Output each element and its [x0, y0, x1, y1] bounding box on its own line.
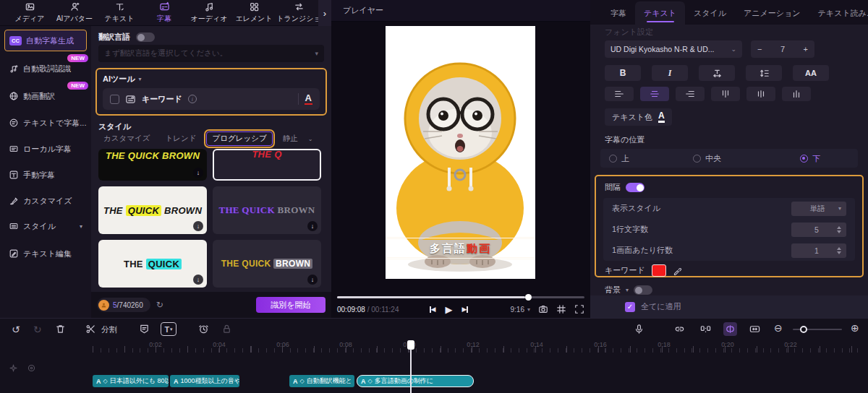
sidebar-item-text-to-subtitle[interactable]: テキストで字幕... [4, 112, 87, 134]
tab-subtitle[interactable]: 字幕 [602, 1, 635, 25]
eyedropper-icon[interactable] [673, 266, 682, 275]
vertical-align-middle-button[interactable] [746, 87, 775, 101]
subtitle-clip[interactable]: A 1000種類以上の音や [170, 375, 239, 387]
play-button[interactable]: ▶ [445, 304, 452, 315]
timeline-zoom-slider[interactable] [793, 329, 842, 330]
fullscreen-icon[interactable] [574, 304, 584, 314]
aspect-ratio-dropdown[interactable]: 9:16▾ [511, 306, 530, 314]
fit-timeline-icon[interactable] [749, 324, 760, 334]
align-left-button[interactable] [605, 87, 634, 101]
vertical-align-bottom-button[interactable] [782, 87, 811, 101]
subtitle-clip[interactable]: A ◇ 日本語以外にも 80以上 [93, 375, 169, 387]
zoom-out-icon[interactable]: ⊖ [774, 322, 783, 334]
voiceover-mic-icon[interactable] [634, 324, 644, 334]
grid-icon[interactable] [556, 304, 566, 314]
tab-text-settings[interactable]: テキスト [635, 1, 685, 25]
style-tab-progressive[interactable]: プログレッシブ [206, 131, 272, 146]
tab-animation[interactable]: アニメーション [735, 1, 809, 25]
next-frame-button[interactable]: ▶ [461, 306, 467, 313]
style-thumbnail[interactable]: THE QUICK BROWN ↓ [98, 149, 207, 181]
style-tab-trend[interactable]: トレンド [160, 132, 201, 145]
tab-elements[interactable]: エレメント [231, 1, 276, 24]
sidebar-item-local-subtitle[interactable]: ローカル字幕 [4, 138, 87, 160]
seek-knob[interactable] [525, 294, 532, 301]
toolbar-scroll-right-button[interactable]: › [318, 0, 331, 26]
spacing-toggle[interactable] [626, 183, 644, 192]
tab-text-to-speech[interactable]: テキスト読み... [809, 1, 868, 25]
redo-button[interactable]: ↻ [33, 324, 42, 335]
download-icon[interactable]: ↓ [193, 275, 203, 285]
info-icon[interactable]: i [188, 95, 197, 103]
style-tab-customize[interactable]: カスタマイズ [98, 132, 155, 145]
font-size-increase[interactable]: + [804, 45, 808, 53]
stepper-icon[interactable] [837, 247, 841, 254]
align-right-button[interactable] [676, 87, 705, 101]
magic-icon[interactable] [9, 363, 18, 373]
video-subtitle-text[interactable]: 多言語動画 [386, 242, 535, 256]
zoom-in-icon[interactable]: ⊕ [851, 322, 859, 334]
tab-text[interactable]: テキスト [97, 1, 142, 24]
zoom-slider-knob[interactable] [800, 326, 807, 333]
chars-per-line-stepper[interactable]: 5 [791, 223, 846, 237]
delete-button[interactable] [55, 324, 66, 334]
keyword-color-swatch[interactable] [652, 264, 666, 277]
position-bottom-radio[interactable]: 下 [800, 153, 820, 164]
stepper-icon[interactable] [837, 226, 841, 233]
display-style-dropdown[interactable]: 単語▾ [791, 202, 846, 216]
tab-style[interactable]: スタイル [685, 1, 735, 25]
split-label[interactable]: 分割 [101, 324, 117, 335]
font-family-dropdown[interactable]: UD Digi Kyokasho N-R & UD... ⌄ [605, 40, 742, 58]
sidebar-item-style[interactable]: スタイル ▾ [4, 215, 87, 237]
translate-language-dropdown[interactable]: まず翻訳言語を選択してください。 ▾ [98, 45, 324, 62]
align-center-button[interactable] [640, 87, 669, 101]
video-preview[interactable]: 多言語動画 [386, 26, 535, 279]
text-color-button[interactable]: テキスト色 A [605, 108, 672, 126]
font-size-decrease[interactable]: − [757, 45, 762, 53]
tab-transitions[interactable]: トランジショ [276, 1, 321, 24]
tab-ai-avatar[interactable]: AIアバター [52, 1, 97, 24]
style-thumbnail-selected[interactable]: THE Q [213, 149, 321, 181]
tab-subtitles[interactable]: 字幕 [142, 1, 187, 24]
lines-per-screen-stepper[interactable]: 1 [791, 243, 846, 258]
download-icon[interactable]: ↓ [193, 168, 203, 178]
italic-button[interactable]: I [652, 65, 688, 81]
translate-language-toggle[interactable] [136, 33, 155, 42]
sidebar-item-text-edit[interactable]: テキスト編集 [4, 243, 87, 264]
marker-icon[interactable] [139, 324, 150, 334]
line-spacing-button[interactable] [746, 65, 782, 81]
position-center-radio[interactable]: 中央 [693, 153, 721, 164]
seek-bar[interactable] [337, 296, 584, 298]
start-recognition-button[interactable]: 識別を開始 [256, 297, 326, 313]
background-toggle[interactable] [634, 285, 652, 295]
text-case-button[interactable]: AA [793, 65, 829, 81]
position-top-radio[interactable]: 上 [609, 153, 629, 164]
sidebar-item-customize[interactable]: カスタマイズ [4, 190, 87, 212]
add-text-button[interactable]: T▾ [161, 322, 176, 336]
bold-button[interactable]: B [605, 65, 641, 81]
refresh-icon[interactable]: ↻ [156, 300, 163, 310]
playhead[interactable] [407, 340, 414, 350]
track-visibility-icon[interactable] [27, 363, 36, 373]
timeline-ruler[interactable]: 0:02 0:04 0:06 0:08 0:10 0:12 0:14 0:16 … [0, 340, 868, 353]
vertical-align-top-button[interactable] [711, 87, 740, 101]
subtitle-clip[interactable]: A ◇ 自動翻訳機能と [289, 375, 354, 387]
previous-frame-button[interactable]: ◀ [430, 306, 435, 313]
ai-tools-header[interactable]: AIツール ▾ [103, 74, 320, 85]
style-thumbnail[interactable]: THE QUICK BROWN ↓ [213, 186, 321, 234]
user-avatar[interactable] [98, 300, 109, 311]
style-tab-static[interactable]: 静止 [278, 132, 303, 145]
undo-button[interactable]: ↺ [12, 324, 20, 335]
link-icon[interactable] [674, 324, 685, 334]
sidebar-item-auto-subtitle[interactable]: CC 自動字幕生成 [4, 30, 87, 51]
subtitle-clip-selected[interactable]: A ◇ 多言語動画の制作に [357, 375, 474, 387]
chevron-down-icon[interactable]: ⌄ [308, 136, 313, 142]
keyframe-icon[interactable] [198, 324, 209, 334]
download-icon[interactable]: ↓ [193, 221, 203, 231]
text-orientation-button[interactable] [699, 65, 735, 81]
download-icon[interactable]: ↓ [307, 275, 318, 285]
sidebar-item-manual-subtitle[interactable]: 手動字幕 [4, 164, 87, 186]
close-gap-icon[interactable] [700, 324, 711, 334]
lock-icon[interactable] [221, 324, 232, 334]
keyword-checkbox[interactable] [110, 95, 119, 104]
style-thumbnail[interactable]: THE QUICK ↓ [98, 240, 207, 288]
